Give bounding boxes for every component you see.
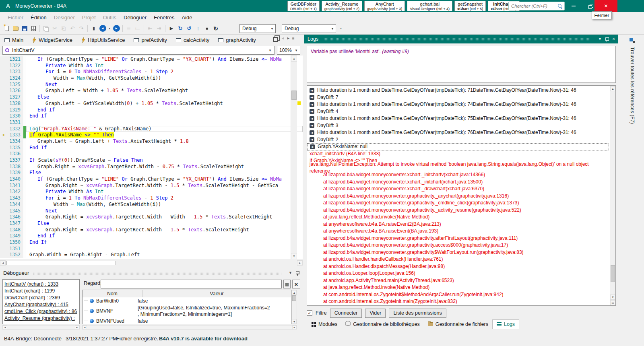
navigate-forward-button[interactable]: ►: [112, 24, 121, 33]
code-text[interactable]: Private Width As Int: [26, 63, 303, 69]
log-error-line[interactable]: at android.os.Looper.loop(Looper.java:15…: [307, 270, 609, 277]
panel-menu-icon[interactable]: ▼: [289, 271, 292, 275]
log-error-line[interactable]: at anywheresoftware.b4a.BA.raiseEvent2(B…: [307, 221, 609, 228]
breakpoint-gutter[interactable]: [0, 56, 6, 63]
search-input[interactable]: Chercher (Ctrl+F): [508, 2, 565, 10]
code-text[interactable]: Graph.Right = xcvsGraph.TargetRect.Width…: [26, 227, 303, 233]
log-error-line[interactable]: at android.os.Handler.dispatchMessage(Ha…: [307, 263, 609, 270]
breakpoint-gutter[interactable]: [0, 252, 6, 258]
quick-button[interactable]: gchart.balVisual Designer (ctrl + 4): [407, 1, 452, 11]
stack-frame-link[interactable]: AnyChart (graphactivity) : 415: [3, 301, 79, 308]
panel-menu-icon[interactable]: ▼: [598, 37, 602, 41]
code-text[interactable]: Graph.Width = Graph.Right - Graph.Left: [26, 252, 303, 258]
quick-button[interactable]: AnyChartgraphActivity (ctrl + 3): [364, 1, 405, 11]
scroll-down-icon[interactable]: ▼: [291, 253, 297, 259]
breakpoint-gutter[interactable]: [0, 145, 6, 151]
watch-row[interactable]: BarWidth0false: [83, 297, 291, 304]
code-text[interactable]: If (Graph.ChartType = "LINE" Or Graph.Ch…: [26, 176, 303, 183]
tab-Main[interactable]: Main: [0, 35, 28, 45]
menu-fenêtres[interactable]: Fenêtres: [150, 14, 178, 21]
search-icon[interactable]: [557, 4, 563, 9]
logs-vscroll-thumb[interactable]: [611, 265, 615, 282]
code-text[interactable]: [26, 119, 303, 126]
code-text[interactable]: If (Graph.ChartType = "LINE" Or Graph.Ch…: [26, 56, 303, 63]
breakpoint-gutter[interactable]: [0, 176, 6, 183]
pin-icon[interactable]: [605, 37, 609, 42]
scroll-down-icon[interactable]: ▼: [292, 319, 297, 324]
code-text[interactable]: Width = Max(Width, GetYScaleWidth(i)): [26, 75, 303, 82]
code-text[interactable]: Log("Graph.YAxisName: " & Graph.YAxisNam…: [26, 126, 303, 132]
stack-frame-link[interactable]: Activity_Resume (graphactivity) :: [3, 315, 79, 321]
code-text[interactable]: End If: [26, 107, 303, 113]
button-vider[interactable]: Vider: [365, 309, 386, 318]
breakpoint-gutter[interactable]: [0, 101, 6, 107]
breakpoint-gutter[interactable]: [0, 138, 6, 145]
tab-list-icon[interactable]: ≡: [292, 36, 295, 41]
menu-édition[interactable]: Édition: [27, 14, 50, 21]
log-entry[interactable]: ➜DayDiff: 7: [307, 94, 609, 101]
code-text[interactable]: [26, 246, 303, 252]
breakpoint-gutter[interactable]: [0, 239, 6, 246]
breakpoint-gutter[interactable]: [0, 183, 6, 189]
log-entry[interactable]: ➜Histo duration is 1 month and DateTime.…: [307, 87, 609, 94]
scroll-up-icon[interactable]: ▲: [292, 290, 297, 295]
navigate-back-button[interactable]: ◄: [98, 24, 107, 33]
breakpoint-gutter[interactable]: [0, 69, 6, 75]
tab-graphActivity[interactable]: graphActivity: [214, 35, 260, 45]
log-error-line[interactable]: at lizaprod.b4a.widget.moneyconverter.gr…: [307, 200, 609, 207]
step-into-button[interactable]: ↻: [176, 24, 185, 33]
code-text[interactable]: Else: [26, 94, 303, 101]
menu-aide[interactable]: Aide: [178, 14, 196, 21]
log-error-line[interactable]: at lizaprod.b4a.widget.moneyconverter.xc…: [307, 185, 609, 193]
code-text[interactable]: Graph.Left = GetYScaleWidth(0) + 1.05 * …: [26, 101, 303, 107]
close-button[interactable]: ✕: [594, 0, 617, 12]
breakpoint-gutter[interactable]: [0, 119, 6, 126]
breakpoint-gutter[interactable]: [0, 227, 6, 233]
editor-vscroll-thumb[interactable]: [291, 91, 297, 100]
code-text[interactable]: End If: [26, 239, 303, 246]
modules-button[interactable]: [29, 24, 38, 33]
code-text[interactable]: Graph.Right = xcvsGraph.TargetRect.Width…: [26, 164, 303, 170]
breakpoint-gutter[interactable]: [0, 220, 6, 227]
watch-expression-input[interactable]: [101, 280, 282, 288]
breakpoint-gutter[interactable]: [0, 202, 6, 208]
code-editor[interactable]: 1321If (Graph.ChartType = "LINE" Or Grap…: [0, 56, 303, 259]
logs-vscrollbar[interactable]: ▲ ▼ ▭: [610, 86, 616, 305]
tab-scroll-right-icon[interactable]: ►: [287, 36, 290, 40]
code-text[interactable]: If Graph.YAxisName <> "" Then: [26, 132, 303, 138]
run-mode-dropdown[interactable]: Debug▼: [282, 24, 336, 33]
stack-frame-link[interactable]: InitChartV (xchart) : 1333: [3, 280, 79, 287]
code-text[interactable]: Graph.Right = xcvsGraph.TargetRect.Width…: [26, 183, 303, 189]
code-text[interactable]: For i = 1 To NbMaxDifferentScales - 1 St…: [26, 195, 303, 202]
log-entry[interactable]: ➜DayDiff: 4: [307, 108, 609, 115]
code-text[interactable]: If Scale(sY(0)).DrawYScale = False Then: [26, 157, 303, 164]
breakpoint-gutter[interactable]: [0, 63, 6, 69]
code-text[interactable]: Private Width As Int: [26, 189, 303, 195]
scroll-right-icon[interactable]: ►: [297, 260, 303, 266]
save-button[interactable]: [20, 24, 29, 33]
split-window-icon[interactable]: [273, 35, 279, 41]
breakpoint-gutter[interactable]: [0, 208, 6, 214]
watch-col-valeur[interactable]: Valeur: [142, 290, 291, 297]
code-text[interactable]: Else: [26, 170, 303, 176]
breakpoint-gutter[interactable]: [0, 189, 6, 195]
breakpoint-gutter[interactable]: [0, 246, 6, 252]
tab-scroll-left-icon[interactable]: ◄: [281, 36, 285, 40]
watch-col-nom[interactable]: Nom: [83, 290, 142, 297]
log-error-line[interactable]: at lizaprod.b4a.widget.moneyconverter.gr…: [307, 249, 609, 256]
breakpoint-gutter[interactable]: [0, 195, 6, 202]
toolbar-overflow-icon[interactable]: ▾─: [340, 27, 343, 34]
open-project-button[interactable]: [11, 24, 20, 33]
scroll-left-icon[interactable]: ◄: [0, 260, 6, 266]
bookmark-button[interactable]: ▮: [89, 24, 98, 33]
restart-button[interactable]: ↻: [211, 24, 220, 33]
log-output-box[interactable]: ▲ ▼ ▭ ➜Histo duration is 1 month and Dat…: [307, 85, 616, 306]
zoom-dropdown[interactable]: 100% ▼: [277, 46, 300, 55]
breakpoint-gutter[interactable]: [0, 75, 6, 82]
log-entry[interactable]: ➜Histo duration is 1 month and DateTime.…: [307, 129, 609, 136]
code-text[interactable]: [26, 151, 303, 157]
new-file-button[interactable]: [2, 24, 11, 33]
breakpoint-gutter[interactable]: [0, 151, 6, 157]
stack-frame-link[interactable]: cmdLine_Click (graphactivity) : 86: [3, 308, 79, 315]
symbol-dropdown[interactable]: InitChartV ▼: [2, 46, 275, 55]
